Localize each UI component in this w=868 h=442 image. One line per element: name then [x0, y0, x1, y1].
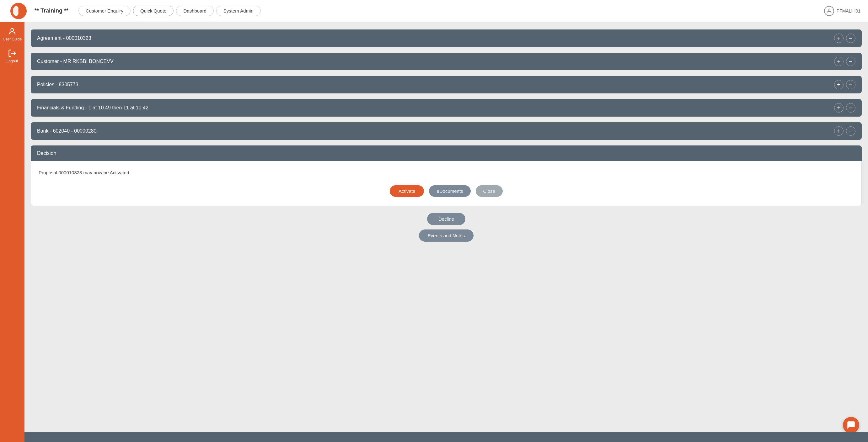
section-policies-title: Policies - 8305773 — [37, 82, 79, 88]
section-customer-title: Customer - MR RKBBI BONCEVV — [37, 59, 114, 64]
decision-section: Decision Proposal 000010323 may now be A… — [31, 145, 862, 206]
nav-tabs: Customer Enquiry Quick Quote Dashboard S… — [79, 6, 261, 16]
policies-expand-btn[interactable]: + — [834, 80, 843, 89]
main-content: Agreement - 000010323 + − Customer - MR … — [25, 22, 868, 442]
customer-expand-btn[interactable]: + — [834, 57, 843, 66]
section-bank: Bank - 602040 - 00000280 + − — [31, 122, 862, 140]
agreement-expand-btn[interactable]: + — [834, 34, 843, 43]
agreement-controls: + − — [834, 34, 856, 43]
svg-point-4 — [11, 29, 13, 31]
decision-title: Decision — [37, 150, 56, 156]
chat-bubble[interactable] — [843, 417, 859, 433]
decision-actions: Activate eDocuments Close — [39, 185, 854, 197]
footer — [25, 432, 868, 442]
tab-quick-quote[interactable]: Quick Quote — [133, 6, 174, 16]
policies-collapse-btn[interactable]: − — [846, 80, 856, 89]
financials-collapse-btn[interactable]: − — [846, 103, 856, 112]
tab-system-admin[interactable]: System Admin — [216, 6, 261, 16]
section-agreement: Agreement - 000010323 + − — [31, 30, 862, 47]
bank-expand-btn[interactable]: + — [834, 126, 843, 136]
financials-expand-btn[interactable]: + — [834, 103, 843, 112]
sidebar-item-user-guide[interactable]: User Guide — [3, 27, 22, 41]
user-guide-icon — [8, 27, 17, 36]
customer-collapse-btn[interactable]: − — [846, 57, 856, 66]
events-and-notes-button[interactable]: Events and Notes — [419, 230, 473, 242]
tab-dashboard[interactable]: Dashboard — [176, 6, 213, 16]
logo — [7, 3, 30, 19]
svg-point-2 — [18, 6, 24, 16]
activate-button[interactable]: Activate — [390, 185, 424, 197]
section-financials: Financials & Funding - 1 at 10.49 then 1… — [31, 99, 862, 116]
sidebar-label-user-guide: User Guide — [3, 37, 22, 41]
bank-collapse-btn[interactable]: − — [846, 126, 856, 136]
sidebar: User Guide Logout — [0, 22, 25, 442]
section-customer: Customer - MR RKBBI BONCEVV + − — [31, 53, 862, 70]
section-financials-title: Financials & Funding - 1 at 10.49 then 1… — [37, 105, 149, 111]
bank-controls: + − — [834, 126, 856, 136]
section-agreement-title: Agreement - 000010323 — [37, 35, 91, 41]
agreement-collapse-btn[interactable]: − — [846, 34, 856, 43]
app-title: ** Training ** — [34, 7, 68, 14]
decision-body: Proposal 000010323 may now be Activated.… — [31, 161, 862, 206]
decision-message: Proposal 000010323 may now be Activated. — [39, 170, 854, 175]
logout-icon — [8, 49, 17, 58]
sidebar-item-logout[interactable]: Logout — [7, 49, 18, 63]
section-policies: Policies - 8305773 + − — [31, 76, 862, 93]
decision-header: Decision — [31, 145, 862, 161]
edocuments-button[interactable]: eDocuments — [429, 185, 470, 197]
user-info: PFMALIH01 — [824, 6, 861, 16]
sidebar-label-logout: Logout — [7, 59, 18, 63]
decline-button[interactable]: Decline — [427, 213, 465, 225]
user-icon — [824, 6, 834, 16]
chat-icon — [847, 421, 856, 430]
customer-controls: + − — [834, 57, 856, 66]
section-bank-title: Bank - 602040 - 00000280 — [37, 128, 96, 134]
username: PFMALIH01 — [837, 8, 861, 13]
financials-controls: + − — [834, 103, 856, 112]
svg-point-3 — [828, 9, 830, 11]
bottom-actions: Decline Events and Notes — [31, 213, 862, 242]
close-button[interactable]: Close — [476, 185, 503, 197]
policies-controls: + − — [834, 80, 856, 89]
top-nav: ** Training ** Customer Enquiry Quick Qu… — [0, 0, 868, 22]
tab-customer-enquiry[interactable]: Customer Enquiry — [79, 6, 130, 16]
